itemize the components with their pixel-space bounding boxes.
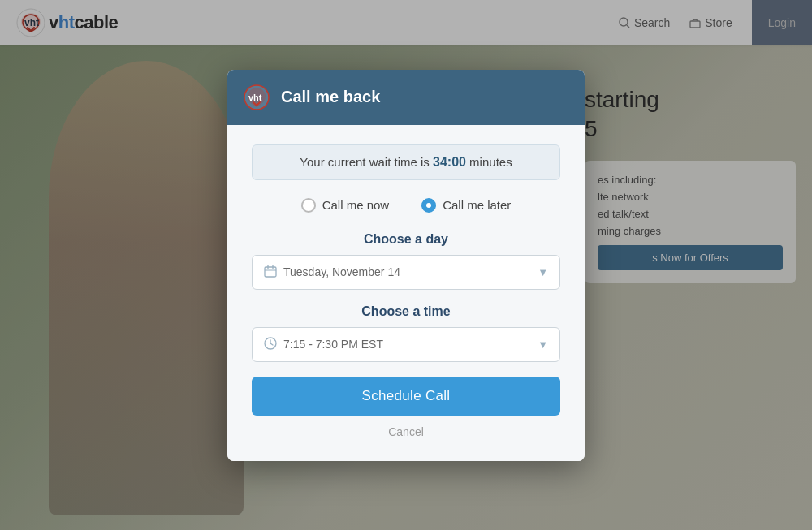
call-later-radio[interactable] <box>421 198 436 213</box>
calendar-icon <box>264 265 277 280</box>
modal-header: vht Call me back <box>227 70 585 125</box>
modal-logo-icon: vht <box>244 84 270 110</box>
call-now-label: Call me now <box>322 198 390 212</box>
choose-time-label: Choose a time <box>252 304 560 319</box>
day-select[interactable]: Tuesday, November 14 ▼ <box>252 255 560 290</box>
svg-line-14 <box>270 343 273 345</box>
clock-icon <box>264 337 277 352</box>
day-chevron-icon: ▼ <box>538 266 548 278</box>
day-value: Tuesday, November 14 <box>283 265 531 278</box>
call-now-option[interactable]: Call me now <box>301 198 390 213</box>
schedule-call-button[interactable]: Schedule Call <box>252 377 560 416</box>
choose-day-label: Choose a day <box>252 232 560 247</box>
svg-text:vht: vht <box>248 93 262 102</box>
call-later-label: Call me later <box>443 198 511 212</box>
svg-rect-8 <box>265 267 276 277</box>
wait-time-suffix: minutes <box>466 155 512 169</box>
time-select[interactable]: 7:15 - 7:30 PM EST ▼ <box>252 327 560 362</box>
wait-time-value: 34:00 <box>433 155 466 169</box>
call-me-back-modal: vht Call me back Your current wait time … <box>227 70 585 461</box>
cancel-link[interactable]: Cancel <box>252 425 560 438</box>
call-option-group: Call me now Call me later <box>252 198 560 213</box>
call-later-option[interactable]: Call me later <box>421 198 511 213</box>
time-chevron-icon: ▼ <box>538 338 548 351</box>
time-value: 7:15 - 7:30 PM EST <box>283 338 531 351</box>
wait-time-prefix: Your current wait time is <box>300 155 433 169</box>
wait-time-box: Your current wait time is 34:00 minutes <box>252 144 560 180</box>
call-now-radio[interactable] <box>301 198 316 213</box>
modal-body: Your current wait time is 34:00 minutes … <box>227 125 585 461</box>
modal-title: Call me back <box>281 88 380 106</box>
